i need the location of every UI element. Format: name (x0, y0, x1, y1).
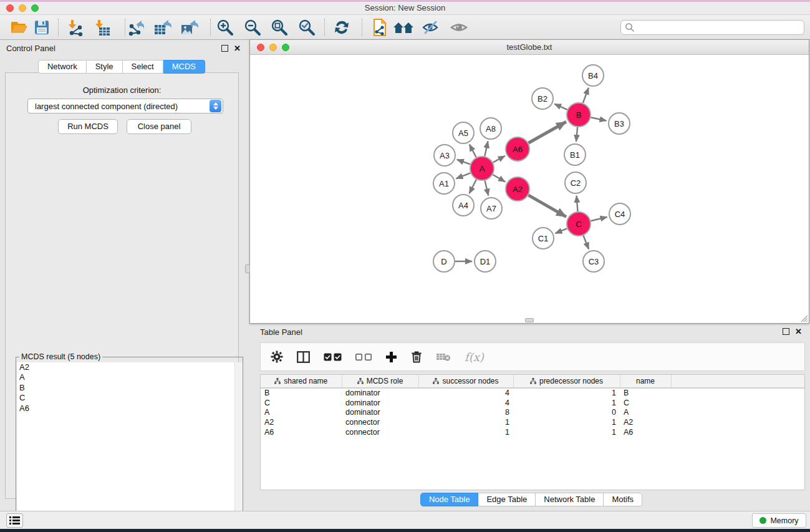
table-row[interactable]: Bdominator41B (261, 388, 804, 398)
delete-columns-button[interactable] (411, 351, 422, 363)
graph-edge-A-A7[interactable] (485, 180, 489, 195)
float-panel-icon[interactable] (221, 45, 228, 52)
graph-node-A4[interactable]: A4 (452, 194, 475, 216)
tab-node-table[interactable]: Node Table (420, 493, 479, 506)
graph-edge-A-A1[interactable] (456, 173, 471, 178)
graph-edge-A-A6[interactable] (493, 156, 505, 162)
graph-edge-C-C1[interactable] (555, 228, 567, 233)
close-panel-icon[interactable]: ✕ (234, 45, 241, 52)
mcds-result-item[interactable]: C (17, 393, 243, 403)
mcds-result-list[interactable]: A2ABCA6 (17, 362, 243, 532)
graph-node-C1[interactable]: C1 (532, 227, 554, 249)
network-window-titlebar[interactable]: testGlobe.txt (250, 40, 809, 55)
graph-node-C4[interactable]: C4 (609, 203, 631, 225)
tab-network[interactable]: Network (38, 60, 87, 74)
graph-node-B[interactable]: B (566, 102, 591, 127)
graph-edge-A6-B[interactable] (528, 122, 566, 143)
close-panel-icon[interactable]: ✕ (795, 328, 802, 335)
graph-node-D[interactable]: D (433, 250, 455, 273)
table-row[interactable]: Cdominator41C (261, 398, 804, 408)
scrollbar-track[interactable] (234, 362, 243, 532)
graph-node-B2[interactable]: B2 (531, 87, 554, 110)
zoom-window-button[interactable] (31, 4, 39, 12)
zoom-selected-button[interactable] (296, 18, 318, 37)
graph-node-B4[interactable]: B4 (582, 64, 604, 87)
graph-edge-A-A8[interactable] (485, 142, 488, 157)
window-resize-grip[interactable] (799, 314, 808, 322)
network-canvas[interactable]: AA1A2A3A4A5A6A7A8BB1B2B3B4CC1C2C3C4DD1 (250, 56, 809, 320)
optimization-criterion-select[interactable]: largest connected component (directed) (27, 99, 223, 114)
select-all-columns-button[interactable] (324, 353, 342, 361)
mcds-result-item[interactable]: A6 (17, 404, 243, 414)
graph-node-A3[interactable]: A3 (433, 144, 456, 167)
table-row[interactable]: A2connector11A2 (261, 417, 804, 427)
minimize-network-window-button[interactable] (269, 44, 277, 51)
graph-edge-A-A3[interactable] (457, 160, 470, 164)
split-divider-grip[interactable] (245, 264, 250, 273)
network-overview-button[interactable] (392, 18, 415, 37)
column-header[interactable] (671, 375, 804, 388)
column-header[interactable]: shared name (261, 375, 342, 388)
graph-node-B1[interactable]: B1 (564, 143, 586, 166)
graph-edge-B-B1[interactable] (576, 127, 577, 142)
table-row[interactable]: A6connector11A6 (261, 427, 804, 437)
export-network-button[interactable] (125, 18, 148, 37)
tab-motifs[interactable]: Motifs (604, 493, 642, 506)
zoom-network-window-button[interactable] (282, 44, 289, 51)
tab-mcds[interactable]: MCDS (163, 60, 205, 74)
hide-graphics-details-button[interactable] (420, 18, 442, 37)
show-columns-button[interactable] (297, 351, 310, 363)
show-graphics-details-button[interactable] (448, 18, 470, 37)
graph-node-C3[interactable]: C3 (582, 250, 605, 273)
graph-node-A1[interactable]: A1 (433, 172, 455, 195)
column-header[interactable]: name (620, 375, 671, 388)
graph-node-C2[interactable]: C2 (564, 172, 587, 194)
graph-node-A8[interactable]: A8 (480, 117, 502, 140)
open-session-button[interactable] (7, 18, 30, 37)
close-window-button[interactable] (6, 4, 14, 12)
apply-layout-button[interactable] (330, 18, 353, 37)
copy-network-button[interactable] (368, 18, 390, 37)
graph-node-D1[interactable]: D1 (474, 250, 496, 273)
tab-edge-table[interactable]: Edge Table (478, 493, 536, 506)
graph-edge-A-A2[interactable] (493, 175, 505, 181)
mcds-result-item[interactable]: B (17, 383, 243, 393)
tab-select[interactable]: Select (123, 60, 163, 74)
save-session-button[interactable] (31, 18, 53, 37)
memory-button[interactable]: Memory (752, 513, 806, 528)
graph-node-A6[interactable]: A6 (505, 137, 530, 162)
graph-edge-C-C3[interactable] (583, 236, 589, 249)
graph-node-A7[interactable]: A7 (480, 197, 503, 220)
close-panel-button[interactable]: Close panel (127, 119, 191, 134)
column-header[interactable]: successor nodes (418, 375, 513, 388)
task-history-button[interactable] (6, 513, 23, 528)
unselect-all-columns-button[interactable] (355, 354, 372, 360)
export-table-button[interactable] (152, 18, 174, 37)
float-panel-icon[interactable] (783, 328, 789, 335)
column-header[interactable]: MCDS role (342, 375, 418, 388)
zoom-fit-button[interactable] (268, 18, 291, 37)
export-image-button[interactable] (178, 18, 201, 37)
zoom-in-button[interactable] (214, 18, 236, 37)
mcds-result-item[interactable]: A2 (17, 362, 243, 372)
split-divider-grip[interactable] (525, 318, 534, 322)
add-column-button[interactable] (385, 351, 397, 363)
table-row[interactable]: Adominator80A (261, 408, 804, 418)
import-table-button[interactable] (91, 18, 113, 37)
tab-style[interactable]: Style (87, 60, 123, 74)
mcds-result-item[interactable]: A (17, 372, 243, 382)
graph-node-A5[interactable]: A5 (452, 122, 475, 144)
graph-edge-B-B4[interactable] (583, 88, 589, 103)
zoom-out-button[interactable] (241, 18, 264, 37)
graph-node-A2[interactable]: A2 (505, 177, 530, 201)
minimize-window-button[interactable] (19, 4, 26, 12)
graph-node-C[interactable]: C (566, 211, 591, 236)
graph-edge-C-C2[interactable] (577, 196, 578, 211)
search-input[interactable] (635, 22, 804, 33)
import-network-button[interactable] (64, 18, 87, 37)
table-settings-button[interactable] (271, 351, 283, 363)
graph-node-A[interactable]: A (470, 156, 494, 181)
run-mcds-button[interactable]: Run MCDS (58, 119, 118, 134)
graph-node-B3[interactable]: B3 (608, 112, 630, 135)
graph-edge-A-A4[interactable] (470, 180, 476, 193)
